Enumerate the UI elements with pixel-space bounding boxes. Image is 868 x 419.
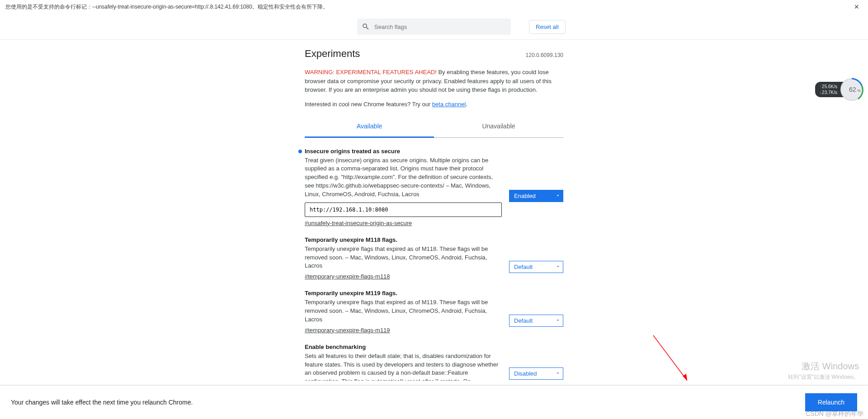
flag-select-wrap: Default <box>509 261 563 273</box>
search-input[interactable] <box>357 19 511 35</box>
flag-select[interactable]: Disabled <box>509 367 563 380</box>
flag-main: Temporarily unexpire M119 flags.Temporar… <box>305 290 502 334</box>
tab-available[interactable]: Available <box>305 117 434 138</box>
flag-side: Disabled <box>509 344 563 381</box>
warning-text: WARNING: EXPERIMENTAL FEATURES AHEAD! By… <box>305 68 563 94</box>
content: Experiments 120.0.6099.130 WARNING: EXPE… <box>305 40 563 381</box>
beta-channel-link[interactable]: beta channel <box>432 101 466 108</box>
flag-row: Temporarily unexpire M118 flags.Temporar… <box>305 236 563 280</box>
flag-select[interactable]: Default <box>509 315 563 327</box>
flag-side: Default <box>509 236 563 280</box>
flag-row: Enable benchmarkingSets all features to … <box>305 344 563 381</box>
reset-all-button[interactable]: Reset all <box>529 20 566 34</box>
beta-line: Interested in cool new Chrome features? … <box>305 101 563 108</box>
flag-anchor-link[interactable]: #temporary-unexpire-flags-m119 <box>305 327 390 334</box>
flag-side: Enabled <box>509 148 563 226</box>
flag-select-wrap: Disabled <box>509 367 563 380</box>
flag-main: Insecure origins treated as secureTreat … <box>305 148 502 226</box>
flag-description: Temporarily unexpire flags that expired … <box>305 245 502 271</box>
close-icon[interactable]: × <box>850 3 863 11</box>
tab-unavailable[interactable]: Unavailable <box>434 117 563 137</box>
relaunch-button[interactable]: Relaunch <box>805 393 857 411</box>
flag-description: Temporarily unexpire flags that expired … <box>305 298 502 324</box>
flag-side: Default <box>509 290 563 334</box>
flag-anchor-link[interactable]: #unsafely-treat-insecure-origin-as-secur… <box>305 220 412 226</box>
restart-message: Your changes will take effect the next t… <box>11 399 193 406</box>
title-bar: Experiments 120.0.6099.130 <box>305 48 563 60</box>
flag-title: Insecure origins treated as secure <box>305 148 502 155</box>
flag-description: Sets all features to their default state… <box>305 352 502 381</box>
modified-dot-icon <box>298 150 302 153</box>
flag-select-wrap: Enabled <box>509 190 563 202</box>
page-title: Experiments <box>305 48 360 60</box>
flag-title: Temporarily unexpire M119 flags. <box>305 290 502 297</box>
chrome-version: 120.0.6099.130 <box>526 52 563 58</box>
origins-input[interactable] <box>305 202 502 217</box>
flag-select[interactable]: Default <box>509 261 563 273</box>
flag-anchor-link[interactable]: #temporary-unexpire-flags-m118 <box>305 273 390 280</box>
search-field[interactable] <box>357 19 511 35</box>
flag-title: Temporarily unexpire M118 flags. <box>305 236 502 243</box>
tabs: Available Unavailable <box>305 117 563 138</box>
flag-row: Temporarily unexpire M119 flags.Temporar… <box>305 290 563 334</box>
flag-main: Enable benchmarkingSets all features to … <box>305 344 502 381</box>
flag-title: Enable benchmarking <box>305 344 502 350</box>
content-scroll[interactable]: Experiments 120.0.6099.130 WARNING: EXPE… <box>0 40 868 381</box>
warning-bold: WARNING: EXPERIMENTAL FEATURES AHEAD! <box>305 69 437 75</box>
restart-bar: Your changes will take effect the next t… <box>0 385 868 419</box>
toolbar: Reset all <box>0 14 868 40</box>
flag-row: Insecure origins treated as secureTreat … <box>305 148 563 226</box>
unsupported-flag-infobar: 您使用的是不受支持的命令行标记：--unsafely-treat-insecur… <box>0 0 868 14</box>
flag-main: Temporarily unexpire M118 flags.Temporar… <box>305 236 502 280</box>
infobar-message: 您使用的是不受支持的命令行标记：--unsafely-treat-insecur… <box>5 3 328 11</box>
flag-select-wrap: Default <box>509 315 563 327</box>
flag-select[interactable]: Enabled <box>509 190 563 202</box>
flag-description: Treat given (insecure) origins as secure… <box>305 156 502 199</box>
